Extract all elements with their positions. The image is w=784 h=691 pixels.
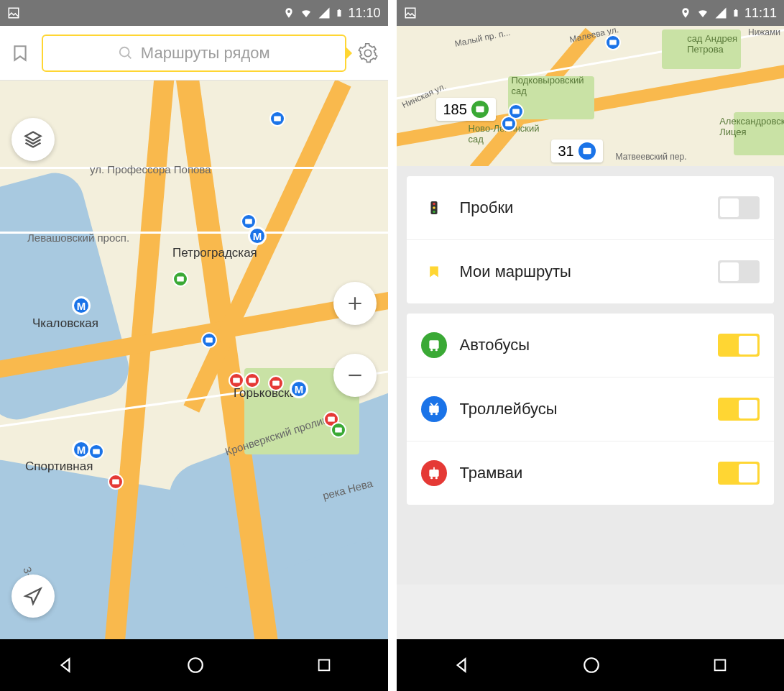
svg-rect-8 [328,416,335,421]
svg-point-25 [435,349,437,351]
status-time: 11:10 [348,6,380,21]
street-label: Матвеевский пер. [616,152,687,162]
station-label: Петроградская [172,246,257,260]
svg-rect-14 [505,121,512,126]
tram-marker[interactable] [229,372,244,388]
settings-item-trams[interactable]: Трамваи [407,441,775,505]
zoom-out-button[interactable] [333,354,377,397]
toggle-trolleys[interactable] [718,398,760,421]
signal-icon [714,6,727,19]
tram-marker[interactable] [268,375,284,391]
svg-rect-26 [429,406,438,413]
trolley-marker[interactable] [605,35,621,50]
svg-rect-13 [319,660,330,671]
bus-icon [471,101,489,118]
zoom-in-button[interactable] [333,282,377,325]
svg-point-12 [188,658,203,672]
svg-rect-2 [245,219,252,224]
toggle-buses[interactable] [718,334,760,357]
toggle-trams[interactable] [718,462,760,485]
metro-marker[interactable]: М [248,226,267,245]
settings-item-buses[interactable]: Автобусы [407,314,775,377]
svg-rect-9 [335,427,342,432]
search-placeholder: Маршруты рядом [141,44,270,63]
back-icon[interactable] [56,656,75,674]
settings-group-transport: Автобусы Троллейбусы Трамваи [407,314,775,505]
trolley-marker[interactable] [241,214,257,229]
svg-point-0 [120,47,129,56]
settings-label: Троллейбусы [460,400,706,418]
trolley-marker[interactable] [269,111,285,127]
home-icon[interactable] [186,656,205,674]
gear-icon [358,43,378,63]
svg-rect-18 [583,148,591,154]
svg-rect-29 [429,470,438,477]
metro-marker[interactable]: М [72,440,91,459]
settings-button[interactable] [356,42,379,65]
settings-item-myroutes[interactable]: Мои маршруты [407,240,775,303]
route-badge-185[interactable]: 185 [436,98,496,121]
recent-icon[interactable] [316,657,332,673]
settings-label: Пробки [460,198,706,217]
settings-group-general: Пробки Мои маршруты [407,176,775,303]
plus-icon [346,294,364,313]
bookmark-button[interactable] [9,42,32,65]
settings-item-trolleys[interactable]: Троллейбусы [407,377,775,441]
back-icon[interactable] [452,656,471,674]
bus-icon [421,332,447,358]
phone-left: 11:10 Маршруты рядом [0,0,388,691]
status-bar: 11:11 [397,0,785,26]
toggle-traffic[interactable] [718,196,760,219]
bus-marker[interactable] [172,271,188,287]
street-label: Левашовский просп. [27,232,129,244]
tram-marker[interactable] [244,372,260,388]
phone-right: 11:11 Подковыровский сад сад Андрея Петр… [397,0,785,691]
home-icon[interactable] [582,656,601,674]
street-label: Малый пр. п... [453,27,511,49]
locate-button[interactable] [11,575,55,618]
svg-point-20 [433,203,435,206]
map-preview[interactable]: Подковыровский сад сад Андрея Петрова Ал… [397,26,785,166]
metro-marker[interactable]: М [290,380,308,398]
trolley-marker[interactable] [201,332,217,348]
signal-icon [318,6,331,19]
tram-marker[interactable] [108,474,124,490]
search-box[interactable]: Маршруты рядом [42,35,346,72]
svg-rect-1 [274,116,281,121]
layers-icon [23,129,43,150]
route-badge-31[interactable]: 31 [551,139,603,163]
trolley-icon [421,396,447,422]
trolley-marker[interactable] [88,444,104,459]
layers-button[interactable] [11,118,55,161]
recent-icon[interactable] [712,657,728,673]
metro-marker[interactable]: М [72,296,91,315]
toggle-myroutes[interactable] [718,260,760,283]
map-screen: Маршруты рядом ул. Профессора Попова Лев… [0,26,388,639]
park-label: сад Андрея Петрова [687,33,737,55]
status-bar: 11:10 [0,0,388,26]
water [0,167,135,426]
svg-rect-4 [206,337,213,342]
tram-icon [421,460,447,486]
settings-label: Мои маршруты [460,262,706,281]
settings-label: Автобусы [460,336,706,354]
station-label: Чкаловская [32,316,98,331]
svg-rect-7 [272,380,280,385]
svg-rect-15 [512,109,520,114]
svg-point-22 [433,211,435,214]
svg-point-27 [430,413,433,415]
picture-icon [7,6,20,19]
svg-rect-17 [476,106,484,112]
picture-icon [404,6,417,19]
settings-screen: Подковыровский сад сад Андрея Петрова Ал… [397,26,785,639]
wifi-icon [299,6,313,19]
trolley-marker[interactable] [508,104,524,119]
battery-icon [732,6,740,19]
bus-marker[interactable] [331,422,346,438]
svg-point-30 [430,477,433,479]
svg-point-28 [435,413,437,415]
station-label: Спортивная [25,459,93,474]
svg-rect-3 [177,276,184,281]
map-canvas[interactable]: ул. Профессора Попова Левашовский просп.… [0,81,388,639]
settings-item-traffic[interactable]: Пробки [407,176,775,240]
